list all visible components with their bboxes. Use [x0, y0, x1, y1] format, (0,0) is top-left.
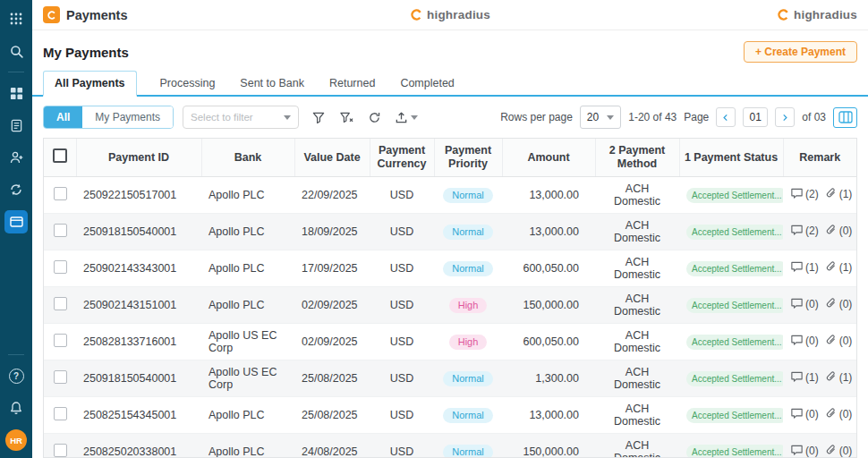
help-icon[interactable]: ?: [4, 364, 28, 387]
column-header-amount[interactable]: Amount: [502, 139, 595, 177]
next-page-button[interactable]: [775, 107, 795, 127]
table-row[interactable]: 250922150517001Apollo PLC22/09/2025USDNo…: [44, 177, 856, 214]
column-header-payment-id[interactable]: Payment ID: [76, 139, 201, 177]
search-icon[interactable]: [4, 39, 28, 63]
table-row[interactable]: 250825154345001Apollo PLC25/08/2025USDNo…: [44, 397, 856, 434]
export-icon[interactable]: [395, 111, 418, 124]
page-number-input[interactable]: [743, 107, 768, 127]
table-row[interactable]: 250918150540001Apollo PLC18/09/2025USDNo…: [44, 214, 856, 250]
create-payment-button[interactable]: + Create Payment: [744, 41, 857, 63]
remark-cell: (2)(0): [783, 214, 856, 250]
status-badge: Accepted Settlement...: [686, 445, 783, 458]
tasks-icon[interactable]: [4, 114, 28, 137]
chevron-down-icon: [607, 115, 614, 120]
row-checkbox[interactable]: [54, 297, 67, 310]
user-sync-icon[interactable]: [4, 178, 28, 201]
table-row[interactable]: 250902143151001Apollo PLC02/09/2025USDHi…: [44, 287, 856, 324]
dashboard-icon[interactable]: [4, 81, 28, 105]
priority-badge: Normal: [443, 371, 492, 386]
tabs-bar: All Payments Processing Sent to Bank Ret…: [32, 71, 868, 97]
column-header-payment-priority[interactable]: Payment Priority: [434, 139, 502, 177]
attachments-button[interactable]: [825, 297, 838, 310]
filter-icon[interactable]: [311, 111, 326, 124]
rows-per-page-select[interactable]: 20: [580, 106, 621, 129]
page-label: Page: [684, 111, 709, 123]
comments-button[interactable]: [790, 187, 804, 200]
comments-button[interactable]: [790, 260, 804, 274]
user-avatar[interactable]: HR: [5, 429, 27, 451]
chevron-right-icon: [780, 113, 789, 123]
column-header-payment-method[interactable]: 2 Payment Method: [595, 139, 679, 177]
method-cell: ACH Domestic: [595, 324, 679, 360]
filter-select[interactable]: Select to filter: [183, 106, 299, 129]
tab-processing[interactable]: Processing: [158, 72, 217, 95]
column-header-bank[interactable]: Bank: [201, 139, 294, 177]
comments-button[interactable]: [790, 370, 804, 384]
row-checkbox[interactable]: [54, 224, 67, 237]
row-checkbox[interactable]: [54, 334, 67, 347]
method-cell: ACH Domestic: [595, 287, 679, 324]
tab-completed[interactable]: Completed: [398, 72, 455, 95]
bell-icon[interactable]: [4, 396, 28, 420]
row-checkbox[interactable]: [54, 370, 67, 384]
clear-filter-icon[interactable]: [339, 111, 354, 124]
attachments-button[interactable]: [825, 260, 838, 274]
method-cell: ACH Domestic: [595, 434, 679, 458]
add-user-icon[interactable]: [4, 146, 28, 169]
segment-all[interactable]: All: [44, 106, 82, 128]
comments-button[interactable]: [790, 224, 804, 237]
attachments-button[interactable]: [825, 407, 838, 420]
priority-badge: Normal: [443, 445, 492, 458]
row-checkbox[interactable]: [54, 260, 67, 274]
row-checkbox-cell: [44, 324, 76, 360]
attachments-button[interactable]: [825, 444, 838, 457]
attachments-button[interactable]: [825, 187, 838, 200]
tab-returned[interactable]: Returned: [328, 72, 377, 95]
refresh-icon[interactable]: [368, 111, 381, 124]
table-row[interactable]: 250902143343001Apollo PLC17/09/2025USDNo…: [44, 250, 856, 287]
table-row[interactable]: 250828133716001Apollo US EC Corp02/09/20…: [44, 324, 856, 360]
column-header-payment-currency[interactable]: Payment Currency: [370, 139, 434, 177]
column-header-remark[interactable]: Remark: [783, 139, 856, 177]
payments-card-icon[interactable]: [4, 210, 28, 233]
select-all-header[interactable]: [44, 139, 76, 177]
comments-button[interactable]: [790, 407, 804, 420]
status-badge: Accepted Settlement...: [686, 371, 783, 386]
comments-button[interactable]: [790, 334, 804, 347]
status-cell: Accepted Settlement...: [679, 397, 783, 434]
chevron-down-icon: [411, 115, 418, 120]
row-checkbox[interactable]: [54, 407, 67, 420]
column-header-payment-status[interactable]: 1 Payment Status: [679, 139, 783, 177]
payment-id-cell: 250922150517001: [76, 177, 201, 214]
priority-cell: Normal: [434, 360, 502, 397]
comments-button[interactable]: [790, 444, 804, 457]
comments-button[interactable]: [790, 297, 804, 310]
priority-cell: Normal: [434, 177, 502, 214]
table-row[interactable]: 250918150540001Apollo US EC Corp25/08/20…: [44, 360, 856, 397]
prev-page-button[interactable]: [716, 107, 736, 127]
amount-cell: 600,050.00: [502, 324, 595, 360]
apps-icon[interactable]: [4, 7, 28, 30]
row-checkbox[interactable]: [54, 444, 67, 457]
tab-all-payments[interactable]: All Payments: [43, 71, 137, 97]
amount-cell: 1,300.00: [502, 360, 595, 397]
app-root: ? HR Payments highradius highradius: [0, 0, 868, 458]
attachments-count: (0): [839, 408, 853, 420]
segment-my-payments[interactable]: My Payments: [82, 106, 173, 128]
attachments-button[interactable]: [825, 224, 838, 237]
comments-count: (0): [805, 408, 819, 420]
priority-cell: High: [434, 287, 502, 324]
tab-sent-to-bank[interactable]: Sent to Bank: [238, 72, 306, 95]
row-checkbox-cell: [44, 397, 76, 434]
column-header-value-date[interactable]: Value Date: [294, 139, 370, 177]
table-row[interactable]: 250825020338001Apollo PLC24/08/2025USDNo…: [44, 434, 856, 458]
attachments-button[interactable]: [825, 334, 838, 347]
payment-id-cell: 250918150540001: [76, 214, 201, 250]
priority-badge: Normal: [443, 188, 492, 203]
status-badge: Accepted Settlement...: [686, 261, 783, 276]
columns-settings-button[interactable]: [833, 107, 857, 128]
select-all-checkbox[interactable]: [53, 148, 67, 163]
value-date-cell: 02/09/2025: [294, 287, 370, 324]
row-checkbox[interactable]: [54, 187, 67, 200]
attachments-button[interactable]: [825, 370, 838, 384]
